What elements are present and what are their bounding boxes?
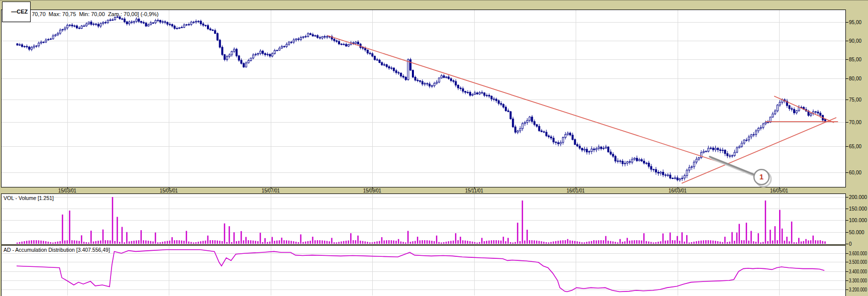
ad-axis-tick-label: 3.400.000	[849, 269, 867, 274]
volume-axis-tick-label: 50.000	[849, 230, 864, 235]
date-tick-label: 16/05/01	[770, 188, 788, 193]
volume-axis-tick-label: 150.000	[849, 206, 867, 212]
date-tick-label: 16/03/01	[669, 188, 687, 193]
volume-panel[interactable]	[2, 194, 846, 245]
date-tick-label: 16/01/01	[567, 188, 585, 193]
date-tick-label: 15/07/01	[262, 188, 280, 193]
ad-axis-tick-label: 3.300.000	[849, 278, 867, 283]
price-axis-tick-label: 75,00	[849, 97, 861, 103]
chart-canvas[interactable]: 95,0090,0085,0080,0075,0070,0065,0060,00…	[0, 1, 868, 296]
price-axis-tick-label: 85,00	[849, 57, 861, 62]
volume-panel-header: VOL - Volume [1.251]	[4, 195, 54, 201]
price-axis-tick-label: 65,00	[849, 144, 861, 149]
volume-axis-tick-label: 100.000	[849, 218, 867, 223]
ad-panel[interactable]	[2, 246, 846, 296]
ad-axis-tick-label: 3.200.000	[849, 287, 867, 292]
price-axis-tick-label: 95,00	[849, 20, 861, 25]
date-tick-label: 15/03/01	[58, 188, 76, 193]
volume-axis-tick-label: 200.000	[849, 194, 867, 200]
volume-axis-tick-label: 0	[849, 241, 852, 247]
ad-axis-tick-label: 3.600.000	[849, 251, 867, 256]
ad-panel-header: AD - Accumulation Distribution [3.407.55…	[4, 247, 110, 253]
value-axes-labels: 95,0090,0085,0080,0075,0070,0065,0060,00…	[846, 20, 867, 292]
price-axis-tick-label: 80,00	[849, 76, 861, 81]
chart-application-window: —CEZ 95,0090,0085,0080,0075,0070,0065,00…	[0, 0, 868, 296]
price-axis-tick-label: 60,00	[849, 170, 861, 175]
date-tick-label: 15/05/01	[160, 188, 178, 193]
date-tick-label: 15/09/01	[363, 188, 381, 193]
callout-number-label: 1	[759, 172, 764, 181]
tab-label: —CEZ	[11, 9, 28, 15]
date-axis: 15/03/0115/05/0115/07/0115/09/0115/11/01…	[58, 187, 788, 193]
price-axis-tick-label: 90,00	[849, 38, 861, 44]
tab-cez[interactable]: —CEZ	[2, 2, 31, 22]
ad-axis-tick-label: 3.500.000	[849, 259, 867, 265]
date-tick-label: 15/11/01	[465, 188, 483, 193]
price-axis-tick-label: 70,00	[849, 120, 861, 125]
